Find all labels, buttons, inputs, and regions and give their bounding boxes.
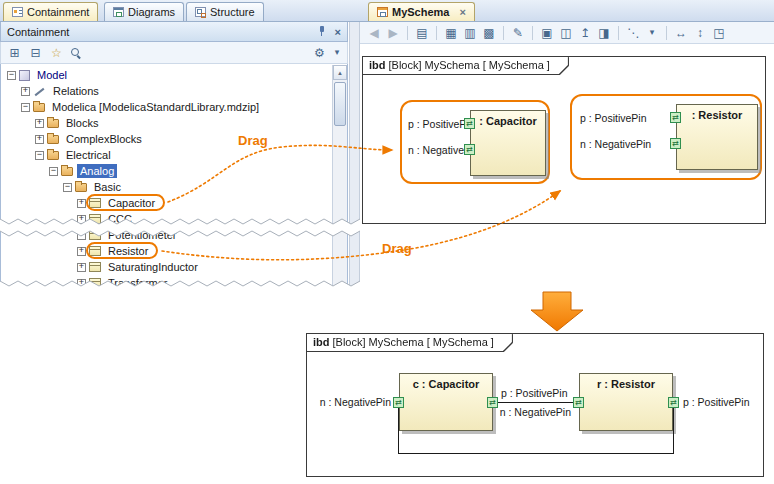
containment-view-icon[interactable]: ▤ — [415, 27, 429, 39]
block-icon — [89, 230, 101, 240]
part-capacitor[interactable]: : Capacitor — [470, 110, 546, 176]
part-title: : Capacitor — [471, 111, 545, 127]
panel-title: Containment — [7, 26, 317, 38]
tab-structure[interactable]: Structure — [186, 2, 264, 21]
tree-item-saturatinginductor[interactable]: SaturatingInductor — [1, 259, 347, 275]
expander-icon[interactable] — [49, 167, 58, 176]
connector-wire[interactable] — [673, 408, 674, 453]
connector-wire[interactable] — [498, 402, 573, 403]
tree-item-model[interactable]: Model — [1, 67, 347, 83]
close-panel-icon[interactable]: × — [335, 26, 341, 38]
expand-all-icon[interactable]: ⊞ — [7, 47, 22, 59]
tree-item-ccc[interactable]: CCC — [1, 211, 347, 227]
expander-icon[interactable] — [21, 87, 30, 96]
part-title: r : Resistor — [580, 374, 672, 390]
panel-splitter[interactable] — [349, 22, 360, 294]
frame-label: ibd[Block] MySchema [ MySchema ] — [363, 57, 568, 74]
collapse-all-icon[interactable]: ⊟ — [28, 47, 43, 59]
model-icon — [19, 70, 30, 81]
pin-icon[interactable] — [317, 26, 327, 37]
port-label: p : PositivePin — [683, 396, 750, 408]
frame-title: [Block] MySchema [ MySchema ] — [333, 336, 494, 348]
expander-icon[interactable] — [35, 119, 44, 128]
tree-item-blocks[interactable]: Blocks — [1, 115, 347, 131]
proxy-port-icon[interactable]: ⇄ — [393, 397, 404, 408]
expander-icon[interactable] — [77, 199, 86, 208]
part-resistor[interactable]: : Resistor — [676, 104, 758, 170]
expander-icon[interactable] — [77, 247, 86, 256]
frame-label: ibd[Block] MySchema [ MySchema ] — [307, 334, 512, 351]
connector-wire[interactable] — [398, 408, 399, 453]
proxy-port-icon[interactable]: ⇄ — [670, 112, 681, 123]
expander-icon[interactable] — [77, 263, 86, 272]
package-icon — [33, 103, 45, 112]
favorites-filter-icon[interactable]: ☆ — [49, 47, 64, 59]
close-tab-icon[interactable]: × — [459, 6, 465, 18]
tab-myschema[interactable]: MySchema × — [368, 2, 475, 21]
package-icon — [75, 183, 87, 192]
port-label: p : PositivePin — [501, 387, 568, 399]
fill-color-icon[interactable]: ◨ — [597, 27, 611, 39]
tree-item-resistor[interactable]: Resistor — [1, 243, 347, 259]
proxy-port-icon[interactable]: ⇄ — [668, 397, 679, 408]
copy-icon[interactable]: ▣ — [540, 27, 554, 39]
block-icon — [89, 198, 101, 208]
part-title: c : Capacitor — [400, 374, 492, 390]
edit-note-icon[interactable]: ✎ — [511, 27, 525, 39]
dock-tab-strip: Containment Diagrams Structure MySchema … — [0, 0, 774, 22]
expander-icon[interactable] — [77, 279, 86, 288]
fit-icon[interactable]: ◳ — [712, 27, 726, 39]
expander-icon[interactable] — [35, 151, 44, 160]
part-c-capacitor[interactable]: c : Capacitor — [399, 373, 493, 431]
expander-icon[interactable] — [35, 135, 44, 144]
height-icon[interactable]: ↕ — [693, 27, 707, 39]
package-icon — [47, 119, 59, 128]
tree-item-potentiometer[interactable]: Potentiometer — [1, 227, 347, 243]
part-r-resistor[interactable]: r : Resistor — [579, 373, 673, 431]
proxy-port-icon[interactable]: ⇄ — [670, 138, 681, 149]
scrollbar-thumb[interactable] — [334, 82, 346, 126]
tree-item-complexblocks[interactable]: ComplexBlocks — [1, 131, 347, 147]
proxy-port-icon[interactable]: ⇄ — [464, 118, 475, 129]
matrix-icon[interactable]: ▩ — [482, 27, 496, 39]
proxy-port-icon[interactable]: ⇄ — [464, 144, 475, 155]
containment-toolbar: ⊞ ⊟ ☆ ⚙ ▾ — [0, 42, 348, 64]
dependencies-icon[interactable]: ⋱ — [626, 27, 640, 39]
tree-item-electrical[interactable]: Electrical — [1, 147, 347, 163]
grid-icon[interactable]: ▦ — [444, 27, 458, 39]
tab-diagrams[interactable]: Diagrams — [104, 2, 184, 21]
forward-icon[interactable]: ▶ — [386, 27, 400, 39]
package-icon — [47, 135, 59, 144]
table-icon[interactable]: ▥ — [463, 27, 477, 39]
lock-icon[interactable]: ◫ — [559, 27, 573, 39]
expander-icon[interactable] — [77, 231, 86, 240]
diagram-tab-icon — [377, 7, 388, 17]
scroll-up-button[interactable]: ▲ — [333, 65, 347, 80]
result-arrow — [531, 292, 583, 331]
quick-search-icon[interactable] — [70, 47, 82, 59]
tree-item-relations[interactable]: Relations — [1, 83, 347, 99]
result-ibd-frame: ibd[Block] MySchema [ MySchema ] c : Cap… — [306, 333, 764, 477]
tree-scrollbar[interactable]: ▲ — [332, 65, 347, 302]
expander-icon[interactable] — [77, 215, 86, 224]
dependencies-caret-icon[interactable]: ▾ — [645, 28, 659, 37]
tree-item-transformer[interactable]: Transformer — [1, 275, 347, 291]
expander-icon[interactable] — [21, 103, 30, 112]
settings-icon[interactable]: ⚙ — [312, 47, 327, 59]
back-icon[interactable]: ◀ — [367, 27, 381, 39]
proxy-port-icon[interactable]: ⇄ — [573, 397, 584, 408]
diagrams-tab-icon — [113, 7, 124, 17]
tree-item-basic[interactable]: Basic — [1, 179, 347, 195]
tab-containment[interactable]: Containment — [3, 2, 98, 21]
port-label: n : NegativePin — [580, 138, 651, 150]
tree-item-modelica[interactable]: Modelica [ModelicaStandardLibrary.mdzip] — [1, 99, 347, 115]
width-icon[interactable]: ↔ — [674, 27, 688, 39]
tree-item-analog[interactable]: Analog — [1, 163, 347, 179]
publish-icon[interactable]: ↥ — [578, 27, 592, 39]
structure-tab-icon — [195, 7, 206, 17]
connector-wire[interactable] — [398, 453, 674, 454]
tree-item-capacitor[interactable]: Capacitor — [1, 195, 347, 211]
expander-icon[interactable] — [7, 71, 16, 80]
settings-caret-icon[interactable]: ▾ — [333, 48, 341, 57]
expander-icon[interactable] — [63, 183, 72, 192]
